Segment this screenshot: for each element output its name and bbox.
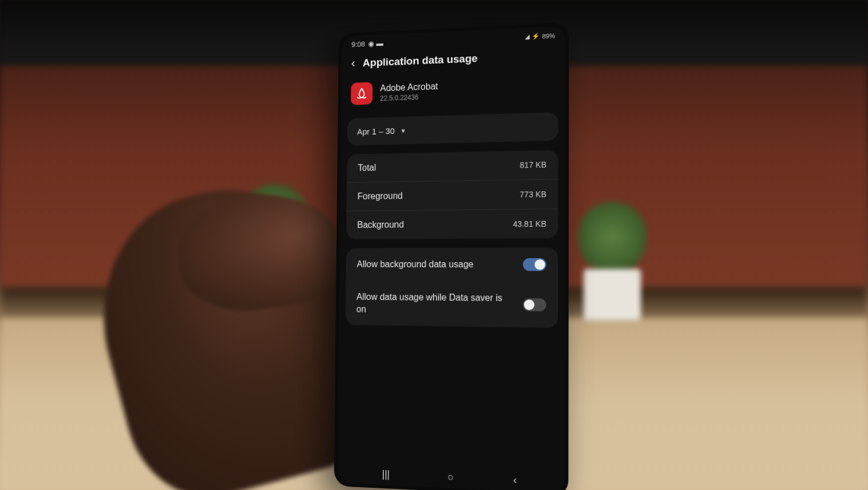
usage-row-foreground: Foreground 773 KB: [347, 180, 558, 211]
signal-icon: ⚡: [532, 33, 540, 41]
wifi-icon: ◢: [525, 33, 529, 40]
phone-screen: 9:08 ◉ ▬ ◢ ⚡ 89% ‹ Application data usag…: [337, 26, 565, 490]
usage-stats-card: Total 817 KB Foreground 773 KB Backgroun…: [346, 150, 558, 239]
usage-label: Foreground: [358, 191, 403, 202]
back-nav-icon[interactable]: ‹: [513, 474, 517, 487]
usage-value: 773 KB: [520, 189, 546, 199]
usage-value: 43.81 KB: [513, 219, 546, 229]
toggle-row-data-saver: Allow data usage while Data saver is on: [346, 280, 558, 328]
usage-row-background: Background 43.81 KB: [346, 209, 558, 239]
usage-label: Background: [357, 220, 404, 230]
toggle-background-data[interactable]: [523, 258, 546, 271]
chevron-down-icon: ▼: [400, 127, 406, 134]
battery-text: 89%: [542, 32, 554, 39]
date-range-selector[interactable]: Apr 1 – 30 ▼: [347, 112, 558, 145]
home-icon[interactable]: ○: [447, 471, 454, 484]
toggle-label: Allow data usage while Data saver is on: [356, 291, 514, 317]
toggle-data-saver[interactable]: [523, 298, 546, 311]
page-title: Application data usage: [363, 52, 478, 69]
recents-icon[interactable]: |||: [382, 468, 390, 481]
usage-label: Total: [358, 163, 376, 173]
usage-row-total: Total 817 KB: [347, 150, 558, 183]
adobe-acrobat-icon: [351, 82, 372, 105]
back-icon[interactable]: ‹: [351, 56, 355, 70]
usage-value: 817 KB: [520, 160, 546, 169]
toggles-card: Allow background data usage Allow data u…: [346, 248, 558, 328]
status-time: 9:08: [351, 40, 365, 49]
app-version: 22.5.0.22436: [380, 93, 438, 102]
status-icon: ◉ ▬: [368, 39, 383, 48]
nav-bar: ||| ○ ‹: [337, 459, 565, 490]
toggle-label: Allow background data usage: [356, 258, 513, 271]
toggle-row-bg-data: Allow background data usage: [346, 248, 558, 282]
plant-decoration: [566, 195, 658, 321]
date-range-label: Apr 1 – 30: [357, 126, 395, 136]
app-name: Adobe Acrobat: [380, 81, 438, 93]
phone-frame: 9:08 ◉ ▬ ◢ ⚡ 89% ‹ Application data usag…: [334, 22, 569, 490]
